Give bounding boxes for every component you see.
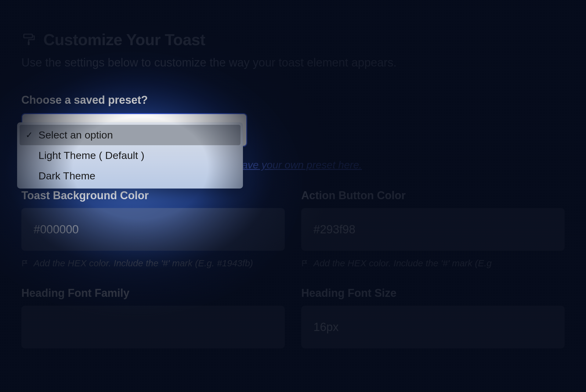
action-color-input[interactable] [301, 208, 565, 251]
heading-font-family-input[interactable] [21, 306, 285, 348]
heading-font-family-label: Heading Font Family [21, 287, 285, 300]
bg-color-hint: Add the HEX color. Include the '#' mark … [21, 258, 285, 268]
bg-color-input[interactable] [21, 208, 285, 251]
page-heading: Customize Your Toast [21, 31, 565, 49]
preset-option-light[interactable]: Light Theme ( Default ) [20, 145, 241, 166]
bg-color-label: Toast Background Color [21, 189, 285, 202]
preset-section: Choose a saved preset? ✓ Select an optio… [21, 94, 565, 189]
preset-label: Choose a saved preset? [21, 94, 565, 106]
flag-icon [21, 259, 29, 267]
page-subtitle: Use the settings below to customize the … [21, 56, 565, 69]
paint-format-icon [21, 32, 36, 47]
svg-rect-1 [28, 41, 30, 45]
preset-option-placeholder[interactable]: ✓ Select an option [20, 125, 241, 145]
svg-rect-0 [24, 34, 32, 38]
option-label: Dark Theme [38, 170, 95, 182]
option-label: Select an option [38, 129, 113, 141]
preset-option-dark[interactable]: Dark Theme [20, 166, 241, 186]
action-color-hint: Add the HEX color. Include the '#' mark … [301, 258, 565, 268]
field-heading-font-family: Heading Font Family [21, 287, 285, 348]
heading-font-size-input[interactable] [301, 306, 565, 348]
check-icon: ✓ [25, 130, 33, 140]
flag-icon [301, 259, 309, 267]
option-label: Light Theme ( Default ) [38, 149, 144, 161]
hint-text: Add the HEX color. Include the '#' mark … [34, 258, 253, 268]
preset-dropdown[interactable]: ✓ Select an option Light Theme ( Default… [17, 122, 243, 189]
field-bg-color: Toast Background Color Add the HEX color… [21, 189, 285, 268]
field-action-color: Action Button Color Add the HEX color. I… [301, 189, 565, 268]
hint-text: Add the HEX color. Include the '#' mark … [313, 258, 492, 268]
action-color-label: Action Button Color [301, 189, 565, 202]
heading-font-size-label: Heading Font Size [301, 287, 565, 300]
page-title: Customize Your Toast [43, 31, 205, 49]
save-preset-link[interactable]: Save your own preset here. [235, 159, 362, 171]
field-heading-font-size: Heading Font Size [301, 287, 565, 348]
